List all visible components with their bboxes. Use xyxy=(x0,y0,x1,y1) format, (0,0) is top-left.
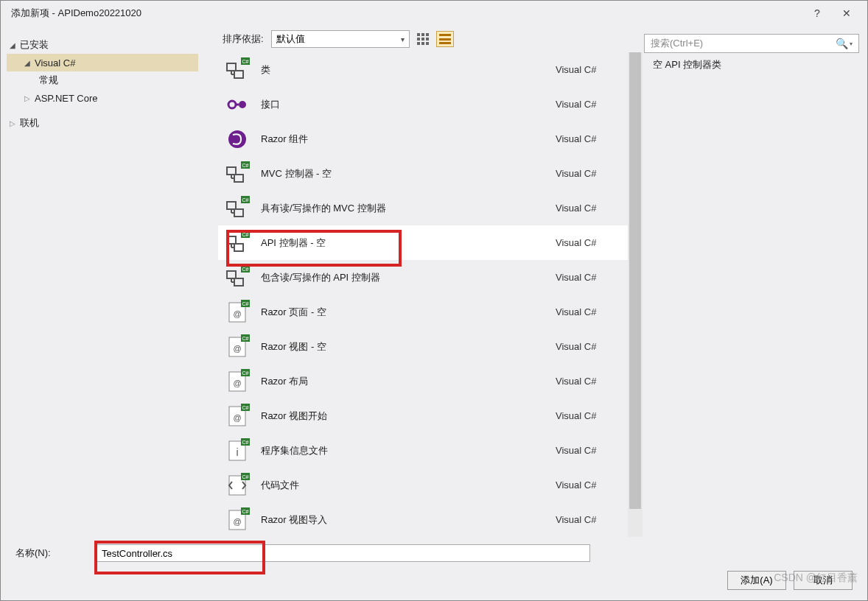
item-label: Razor 页面 - 空 xyxy=(261,306,545,319)
tree-aspnet-core[interactable]: ▷ ASP.NET Core xyxy=(7,89,212,107)
template-item[interactable]: C# 类 Visual C# xyxy=(218,52,628,87)
item-language: Visual C# xyxy=(556,64,628,75)
item-language: Visual C# xyxy=(556,341,628,352)
view-list-button[interactable] xyxy=(436,31,454,47)
svg-text:C#: C# xyxy=(242,405,249,410)
razor-comp-icon xyxy=(224,126,251,152)
item-language: Visual C# xyxy=(556,168,628,179)
details-panel: 类型: Visual C# 空 API 控制器类 xyxy=(643,26,867,537)
window-title: 添加新项 - APIDemo20221020 xyxy=(7,7,802,20)
item-label: Razor 视图开始 xyxy=(261,410,545,423)
svg-rect-24 xyxy=(227,236,236,244)
svg-rect-18 xyxy=(227,202,236,209)
svg-text:@: @ xyxy=(233,344,241,353)
razor-page-icon: C#@ xyxy=(224,507,251,533)
sort-dropdown[interactable]: 默认值 ▾ xyxy=(271,30,410,48)
template-item[interactable]: C#@ Razor 页面 - 空 Visual C# xyxy=(218,295,628,329)
template-list[interactable]: C# 类 Visual C# 接口 Visual C# Razor 组件 Vis… xyxy=(218,52,628,537)
chevron-down-icon: ▾ xyxy=(848,41,853,47)
svg-text:C#: C# xyxy=(242,232,249,237)
template-item[interactable]: C#i 程序集信息文件 Visual C# xyxy=(218,433,628,468)
svg-text:i: i xyxy=(236,446,238,458)
view-grid-button[interactable] xyxy=(414,31,432,47)
template-item[interactable]: C# 包含读/写操作的 API 控制器 Visual C# xyxy=(218,260,628,295)
template-item[interactable]: C#@ Razor 视图导入 Visual C# xyxy=(218,502,628,537)
template-item[interactable]: 接口 Visual C# xyxy=(218,87,628,122)
cs-class-icon: C# xyxy=(224,264,251,291)
svg-text:C#: C# xyxy=(242,440,249,445)
scroll-thumb[interactable] xyxy=(629,52,641,509)
list-wrap: C# 类 Visual C# 接口 Visual C# Razor 组件 Vis… xyxy=(218,52,643,537)
razor-page-icon: C#@ xyxy=(224,334,251,360)
template-item[interactable]: C#@ Razor 视图开始 Visual C# xyxy=(218,398,628,433)
svg-rect-30 xyxy=(227,271,236,278)
chevron-right-icon: ▷ xyxy=(24,94,35,102)
template-item[interactable]: C# 代码文件 Visual C# xyxy=(218,468,628,502)
item-label: 类 xyxy=(261,63,545,77)
svg-rect-25 xyxy=(234,244,243,251)
item-label: 包含读/写操作的 API 控制器 xyxy=(261,271,545,284)
scrollbar[interactable] xyxy=(628,52,643,537)
add-button[interactable]: 添加(A) xyxy=(727,571,786,590)
svg-rect-3 xyxy=(234,71,243,78)
item-label: 程序集信息文件 xyxy=(261,444,545,457)
template-item[interactable]: C# API 控制器 - 空 Visual C# xyxy=(218,225,628,260)
chevron-down-icon: ◢ xyxy=(10,41,20,49)
svg-rect-31 xyxy=(234,278,243,286)
template-item[interactable]: C#@ Razor 布局 Visual C# xyxy=(218,364,628,398)
name-input[interactable] xyxy=(97,544,590,562)
item-label: 代码文件 xyxy=(261,479,545,492)
svg-text:@: @ xyxy=(233,379,241,387)
chevron-down-icon: ◢ xyxy=(24,59,35,67)
cancel-button[interactable]: 取消 xyxy=(794,571,853,590)
bottom-panel: 名称(N): 添加(A) 取消 xyxy=(1,537,867,600)
item-label: 接口 xyxy=(261,98,545,111)
search-input[interactable]: 搜索(Ctrl+E) 🔍 ▾ xyxy=(644,34,859,53)
item-label: 具有读/写操作的 MVC 控制器 xyxy=(261,202,545,215)
tree-visual-csharp[interactable]: ◢ Visual C# xyxy=(7,54,198,71)
help-button[interactable]: ? xyxy=(802,7,832,19)
tree-label: 常规 xyxy=(39,74,58,87)
cs-class-icon: C# xyxy=(224,161,251,187)
dialog-window: 添加新项 - APIDemo20221020 ? ✕ ◢ 已安装 ◢ Visua… xyxy=(0,0,868,601)
interface-icon xyxy=(224,91,251,118)
tree-general[interactable]: 常规 xyxy=(7,71,212,89)
tree-label: 联机 xyxy=(20,116,39,130)
info-file-icon: C#i xyxy=(224,437,251,464)
svg-text:C#: C# xyxy=(242,370,249,376)
toolbar: 排序依据: 默认值 ▾ xyxy=(218,26,643,52)
tree-installed[interactable]: ◢ 已安装 xyxy=(7,36,212,54)
sidebar: ◢ 已安装 ◢ Visual C# 常规 ▷ ASP.NET Core ▷ 联机 xyxy=(1,26,218,537)
item-label: MVC 控制器 - 空 xyxy=(261,167,545,180)
chevron-down-icon: ▾ xyxy=(401,35,405,43)
svg-text:C#: C# xyxy=(242,301,249,306)
razor-page-icon: C#@ xyxy=(224,299,251,326)
close-button[interactable]: ✕ xyxy=(832,7,861,19)
grid-icon xyxy=(417,33,429,45)
svg-point-6 xyxy=(228,101,236,108)
titlebar: 添加新项 - APIDemo20221020 ? ✕ xyxy=(1,1,867,26)
template-description: 空 API 控制器类 xyxy=(653,56,857,74)
item-label: API 控制器 - 空 xyxy=(261,236,545,250)
svg-rect-13 xyxy=(234,175,243,182)
svg-rect-12 xyxy=(227,167,236,175)
tree-online[interactable]: ▷ 联机 xyxy=(7,114,212,132)
list-icon xyxy=(439,34,451,44)
item-label: Razor 组件 xyxy=(261,133,545,146)
template-item[interactable]: C#@ Razor 视图 - 空 Visual C# xyxy=(218,329,628,364)
svg-text:@: @ xyxy=(233,309,241,318)
razor-page-icon: C#@ xyxy=(224,403,251,429)
svg-rect-19 xyxy=(234,209,243,217)
svg-text:C#: C# xyxy=(242,163,249,168)
name-label: 名称(N): xyxy=(15,546,82,560)
search-wrap: 搜索(Ctrl+E) 🔍 ▾ xyxy=(644,34,859,53)
template-item[interactable]: C# MVC 控制器 - 空 Visual C# xyxy=(218,156,628,191)
cs-class-icon: C# xyxy=(224,57,251,83)
item-language: Visual C# xyxy=(556,479,628,491)
svg-text:C#: C# xyxy=(242,336,249,341)
template-item[interactable]: Razor 组件 Visual C# xyxy=(218,122,628,156)
template-item[interactable]: C# 具有读/写操作的 MVC 控制器 Visual C# xyxy=(218,191,628,225)
svg-text:C#: C# xyxy=(242,267,249,272)
item-language: Visual C# xyxy=(556,203,628,214)
tree-label: ASP.NET Core xyxy=(35,93,98,104)
